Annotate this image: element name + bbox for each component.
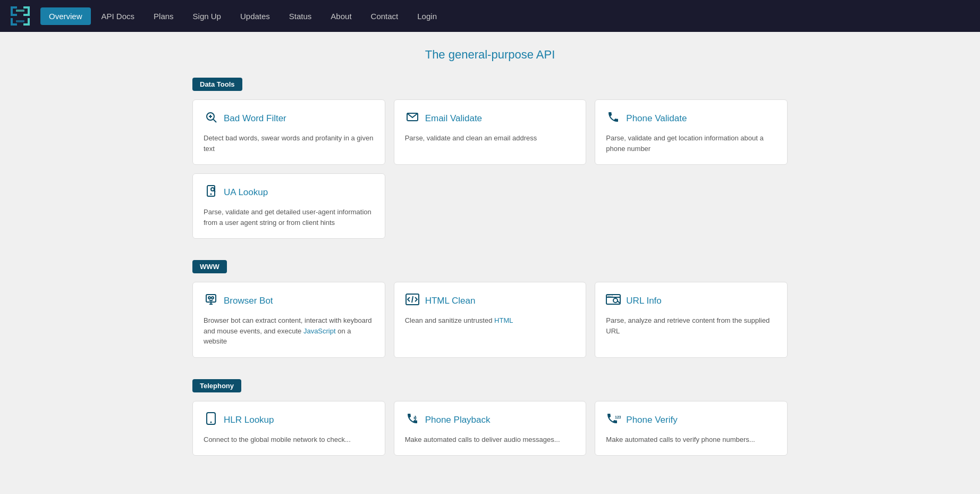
card-header: 123 Phone Verify <box>606 412 776 428</box>
card-header: UA Lookup <box>204 185 374 200</box>
section-badge-data-tools: Data Tools <box>192 78 242 91</box>
card-html-clean[interactable]: HTML Clean Clean and sanitize untrusted … <box>394 282 587 358</box>
www-grid: Browser Bot Browser bot can extract cont… <box>192 282 788 358</box>
card-email-validate[interactable]: Email Validate Parse, validate and clean… <box>394 99 587 165</box>
card-title: URL Info <box>626 296 661 306</box>
phone-playback-icon <box>405 412 420 428</box>
card-desc: Make automated calls to verify phone num… <box>606 434 776 445</box>
card-header: HLR Lookup <box>204 412 374 428</box>
ua-lookup-icon <box>204 185 218 200</box>
card-phone-verify[interactable]: 123 Phone Verify Make automated calls to… <box>595 401 788 456</box>
card-title: Phone Validate <box>626 113 687 124</box>
svg-line-14 <box>214 120 217 123</box>
card-desc: Browser bot can extract content, interac… <box>204 315 374 347</box>
section-data-tools: Data Tools Bad Word Filter Detect bad wo… <box>192 78 788 239</box>
logo-icon[interactable] <box>9 4 32 28</box>
url-info-icon: http:// <box>606 293 621 309</box>
card-desc: Detect bad words, swear words and profan… <box>204 133 374 154</box>
nav-item-sign-up[interactable]: Sign Up <box>184 7 230 25</box>
nav-item-contact[interactable]: Contact <box>362 7 407 25</box>
nav-item-overview[interactable]: Overview <box>40 7 91 25</box>
browser-bot-icon <box>204 293 218 309</box>
card-title: Phone Verify <box>626 415 677 425</box>
card-title: HLR Lookup <box>224 415 274 425</box>
card-url-info[interactable]: http:// URL Info Parse, analyze and retr… <box>595 282 788 358</box>
svg-rect-11 <box>16 10 24 12</box>
card-title: UA Lookup <box>224 187 268 198</box>
nav-item-plans[interactable]: Plans <box>145 7 182 25</box>
data-tools-grid: Bad Word Filter Detect bad words, swear … <box>192 99 788 239</box>
card-header: Phone Validate <box>606 111 776 127</box>
bad-word-filter-icon <box>204 111 218 127</box>
card-desc: Parse, validate and get location informa… <box>606 133 776 154</box>
card-header: http:// URL Info <box>606 293 776 309</box>
card-bad-word-filter[interactable]: Bad Word Filter Detect bad words, swear … <box>192 99 385 165</box>
card-hlr-lookup[interactable]: HLR Lookup Connect to the global mobile … <box>192 401 385 456</box>
nav-item-api-docs[interactable]: API Docs <box>93 7 143 25</box>
section-telephony: Telephony HLR Lookup Connect to the glob… <box>192 379 788 456</box>
navbar: Overview API Docs Plans Sign Up Updates … <box>0 0 980 32</box>
html-clean-icon <box>405 293 420 309</box>
card-phone-validate[interactable]: Phone Validate Parse, validate and get l… <box>595 99 788 165</box>
card-desc: Parse, validate and clean an email addre… <box>405 133 576 144</box>
email-validate-icon <box>405 111 420 127</box>
svg-point-23 <box>208 297 210 299</box>
card-header: HTML Clean <box>405 293 576 309</box>
nav-item-about[interactable]: About <box>322 7 360 25</box>
svg-rect-6 <box>23 14 30 16</box>
svg-rect-5 <box>23 6 30 9</box>
nav-item-updates[interactable]: Updates <box>232 7 278 25</box>
card-title: HTML Clean <box>425 296 476 306</box>
card-desc: Parse, validate and get detailed user-ag… <box>204 207 374 228</box>
card-header: Phone Playback <box>405 412 576 428</box>
phone-validate-icon <box>606 111 621 127</box>
hlr-lookup-icon <box>204 412 218 428</box>
nav-item-login[interactable]: Login <box>409 7 445 25</box>
svg-point-24 <box>212 297 214 299</box>
svg-rect-12 <box>16 20 24 22</box>
card-ua-lookup[interactable]: UA Lookup Parse, validate and get detail… <box>192 173 385 239</box>
nav-item-status[interactable]: Status <box>281 7 320 25</box>
card-header: Email Validate <box>405 111 576 127</box>
telephony-grid: HLR Lookup Connect to the global mobile … <box>192 401 788 456</box>
svg-rect-8 <box>11 23 17 26</box>
svg-line-28 <box>412 296 413 303</box>
card-title: Email Validate <box>425 113 482 124</box>
card-browser-bot[interactable]: Browser Bot Browser bot can extract cont… <box>192 282 385 358</box>
svg-point-20 <box>211 188 214 191</box>
card-desc: Parse, analyze and retrieve content from… <box>606 315 776 336</box>
card-desc: Make automated calls to deliver audio me… <box>405 434 576 445</box>
card-header: Bad Word Filter <box>204 111 374 127</box>
svg-text:http://: http:// <box>607 295 613 297</box>
card-title: Browser Bot <box>224 296 273 306</box>
svg-point-33 <box>613 298 618 303</box>
card-header: Browser Bot <box>204 293 374 309</box>
section-badge-www: WWW <box>192 260 227 273</box>
svg-text:123: 123 <box>615 415 621 419</box>
svg-rect-10 <box>23 23 30 26</box>
svg-rect-3 <box>11 14 17 16</box>
nav-items: Overview API Docs Plans Sign Up Updates … <box>40 7 445 25</box>
card-desc: Clean and sanitize untrusted HTML <box>405 315 576 326</box>
page-title: The general-purpose API <box>192 48 788 62</box>
card-desc: Connect to the global mobile network to … <box>204 434 374 445</box>
card-title: Phone Playback <box>425 415 491 425</box>
card-phone-playback[interactable]: Phone Playback Make automated calls to d… <box>394 401 587 456</box>
svg-rect-2 <box>11 6 17 9</box>
phone-verify-icon: 123 <box>606 412 621 428</box>
section-badge-telephony: Telephony <box>192 379 241 392</box>
card-title: Bad Word Filter <box>224 113 286 124</box>
section-www: WWW Browser Bot <box>192 260 788 358</box>
main-content: The general-purpose API Data Tools Bad W… <box>171 32 809 494</box>
